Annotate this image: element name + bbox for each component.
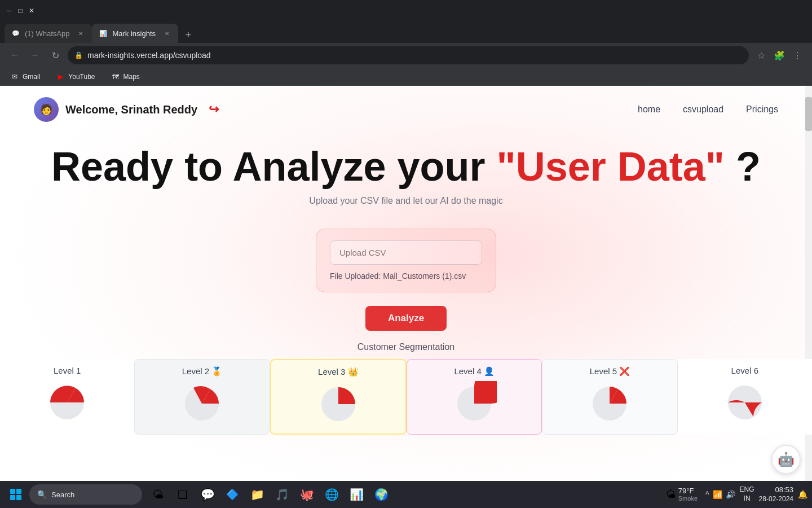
refresh-icon: ↻ [52,50,59,61]
weather-icon: 🌤 [666,489,676,501]
bookmark-youtube[interactable]: ▶ YouTube [52,71,98,82]
analyze-button[interactable]: Analyze [365,306,447,331]
hero-title-part1: Ready to Analyze your [51,144,497,189]
systray: ^ 📶 🔊 [705,490,735,499]
taskbar-clock[interactable]: 08:53 28-02-2024 [759,485,793,503]
level-card-2: Level 2 🏅 [134,359,270,435]
chatbot-button[interactable]: 🤖 [771,445,801,474]
forward-button[interactable]: → [27,47,43,63]
taskbar-app-vscode[interactable]: 🔷 [221,483,244,506]
systray-sound[interactable]: 🔊 [726,490,735,499]
title-bar: ─ □ ✕ [0,0,812,21]
taskbar-search[interactable]: 🔍 Search [29,484,142,505]
taskbar-search-text: Search [51,491,74,499]
level-5-title: Level 5 ❌ [590,366,630,376]
taskbar-app-browser[interactable]: 🌍 [370,483,392,506]
clock-date: 28-02-2024 [759,495,793,504]
notifications-icon[interactable]: 🔔 [798,490,807,499]
welcome-text: Welcome, Srinath Reddy [65,103,197,116]
taskbar-app-spotify[interactable]: 🎵 [271,483,293,506]
tabs-bar: 💬 (1) WhatsApp ✕ 📊 Mark insights ✕ + [0,21,812,43]
browser-toolbar: ← → ↻ 🔒 mark-insights.vercel.app/csvuplo… [0,43,812,68]
level-card-5: Level 5 ❌ [542,359,677,435]
address-bar[interactable]: 🔒 mark-insights.vercel.app/csvupload [68,46,749,64]
maps-label: Maps [123,73,140,81]
youtube-icon: ▶ [56,72,65,81]
hero-title-highlight: "User Data" [497,144,725,189]
taskbar-app-widgets[interactable]: 🌤 [147,483,169,506]
maximize-button[interactable]: □ [16,6,25,15]
navbar-links: home csvupload Pricings [638,104,778,115]
bookmark-star-icon[interactable]: ☆ [753,47,769,63]
file-uploaded-name: Mall_Customers (1).csv [383,271,466,281]
gmail-icon: ✉ [10,72,19,81]
tab-whatsapp[interactable]: 💬 (1) WhatsApp ✕ [5,24,92,43]
level-card-6: Level 6 [678,359,812,435]
close-button[interactable]: ✕ [27,6,36,15]
lock-icon: 🔒 [74,51,83,59]
weather-widget[interactable]: 🌤 79°F Smoke [663,485,701,504]
navbar-brand: 🧑 Welcome, Srinath Reddy ↪ [34,97,219,122]
search-icon: 🔍 [37,490,47,499]
back-button[interactable]: ← [7,47,23,63]
start-button[interactable] [5,483,27,506]
systray-chevron[interactable]: ^ [705,490,709,499]
level-3-pie-chart [316,382,361,427]
maps-icon: 🗺 [111,72,120,81]
taskbar-app-files[interactable]: 📁 [246,483,268,506]
taskbar-app-excel[interactable]: 📊 [345,483,368,506]
navbar: 🧑 Welcome, Srinath Reddy ↪ home csvuploa… [0,86,812,133]
taskbar-app-taskview[interactable]: ❑ [171,483,194,506]
systray-network[interactable]: 📶 [713,490,722,499]
hero-title-part2: ? [725,144,761,189]
extensions-icon[interactable]: 🧩 [771,47,787,63]
level-2-title: Level 2 🏅 [182,366,223,376]
levels-container: Level 1 Level 2 🏅 Level 3 👑 [0,359,812,435]
upload-card: File Uploaded: Mall_Customers (1).csv [316,229,496,292]
tab-mark-insights-title: Mark insights [112,29,156,38]
segmentation-title: Customer Segmentation [0,342,812,352]
youtube-label: YouTube [68,73,95,81]
bookmark-maps[interactable]: 🗺 Maps [108,71,143,82]
region-text: IN [744,494,751,503]
level-card-4: Level 4 👤 [407,359,542,435]
logout-button[interactable]: ↪ [209,102,219,117]
weather-desc: Smoke [678,495,698,502]
nav-link-csvupload[interactable]: csvupload [683,104,723,115]
lang-text: ENG [740,485,754,494]
weather-temp: 79°F [678,487,698,496]
level-card-1: Level 1 [0,359,134,435]
chatbot-icon: 🤖 [778,452,795,467]
weather-info: 79°F Smoke [678,487,698,503]
bookmarks-bar: ✉ Gmail ▶ YouTube 🗺 Maps [0,68,812,86]
level-3-title: Level 3 👑 [318,367,359,377]
refresh-button[interactable]: ↻ [47,47,63,63]
nav-link-home[interactable]: home [638,104,660,115]
taskbar-apps: 🌤 ❑ 💬 🔷 📁 🎵 🐙 🌐 📊 🌍 [147,483,392,506]
taskbar-app-chat[interactable]: 💬 [196,483,219,506]
level-card-3: Level 3 👑 [270,359,407,435]
new-tab-button[interactable]: + [180,27,196,43]
upload-csv-input[interactable] [330,240,482,265]
taskbar-app-chrome[interactable]: 🌐 [320,483,343,506]
tab-whatsapp-close[interactable]: ✕ [76,29,85,38]
tab-mark-insights[interactable]: 📊 Mark insights ✕ [92,24,178,43]
level-1-title: Level 1 [54,366,81,375]
taskbar-right: 🌤 79°F Smoke ^ 📶 🔊 ENG IN 08:53 28-02-20… [663,485,807,504]
browser-menu-icon[interactable]: ⋮ [789,47,805,63]
hero-subtitle: Upload your CSV file and let our AI do t… [23,196,789,206]
tab-mark-insights-close[interactable]: ✕ [162,29,171,38]
toolbar-actions: ☆ 🧩 ⋮ [753,47,805,63]
taskbar: 🔍 Search 🌤 ❑ 💬 🔷 📁 🎵 🐙 🌐 📊 🌍 🌤 79°F Smok… [0,481,812,508]
bookmark-gmail[interactable]: ✉ Gmail [7,71,43,82]
level-1-pie-chart [45,380,90,425]
taskbar-app-git[interactable]: 🐙 [295,483,318,506]
language-indicator[interactable]: ENG IN [740,485,754,503]
browser-chrome: ─ □ ✕ 💬 (1) WhatsApp ✕ 📊 Mark insights ✕… [0,0,812,86]
file-uploaded-label: File Uploaded: [330,271,381,281]
minimize-button[interactable]: ─ [5,6,14,15]
mark-insights-favicon: 📊 [99,29,108,38]
level-2-pie-chart [179,381,224,426]
page-content: 🧑 Welcome, Srinath Reddy ↪ home csvuploa… [0,86,812,508]
nav-link-pricings[interactable]: Pricings [746,104,778,115]
